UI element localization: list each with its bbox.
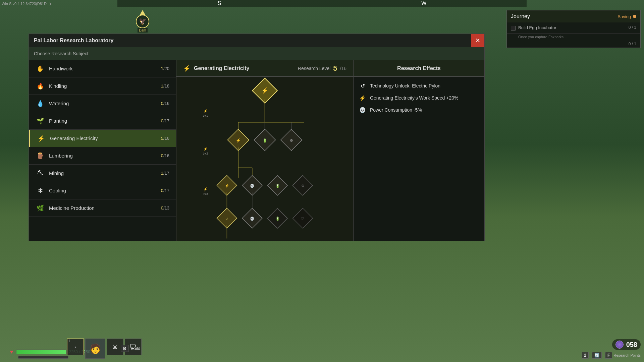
svg-text:Lv.2: Lv.2 — [203, 152, 208, 155]
research-tree-panel: ⚡ Generating Electricity Research Level … — [176, 60, 354, 241]
tree-level-num: 5 — [333, 64, 337, 73]
compass-w-marker: W — [421, 0, 426, 6]
svg-text:⚙: ⚙ — [290, 138, 293, 142]
svg-text:Lv.3: Lv.3 — [203, 192, 208, 196]
tree-node-lv3-right-center: 🔋 — [267, 208, 287, 228]
research-item-watering[interactable]: 💧 Watering 0/16 — [29, 95, 176, 112]
planting-label: Planting — [49, 118, 161, 124]
build-label: Build — [130, 346, 140, 351]
slot-1-number: 1 — [68, 339, 70, 343]
svg-text:🛡: 🛡 — [301, 217, 305, 221]
build-key: B — [121, 345, 128, 352]
tree-node-lv1-center: 🔋 — [254, 129, 276, 150]
research-item-electricity[interactable]: ⚡ Generating Electricity 5/16 — [29, 130, 176, 147]
tree-node-lv1-left: ⚡ — [227, 129, 249, 150]
lumbering-label: Lumbering — [49, 153, 161, 159]
journey-item-0: Build Egg Incubator 0 / 1 — [507, 22, 640, 34]
journey-panel: Journey Saving Build Egg Incubator 0 / 1… — [506, 10, 641, 48]
effect-text-2: Power Consumption -5% — [370, 107, 422, 113]
tree-node-lv2-center-left: 💀 — [242, 175, 262, 195]
watering-icon: 💧 — [36, 99, 45, 108]
build-prompt: B Build — [121, 345, 140, 352]
compass-bar: S W — [117, 0, 527, 7]
avatar-icon: 🧑 — [90, 343, 101, 354]
tree-node-lv3-center: 💀 — [242, 208, 262, 228]
mining-icon: ⛏ — [36, 169, 45, 178]
research-item-kindling[interactable]: 🔥 Kindling 1/18 — [29, 77, 176, 95]
effect-item-1: ⚡ Generating Electricity's Work Speed +2… — [359, 94, 479, 102]
player-icon: 🦅 Dam — [136, 10, 149, 33]
panel-content: ✋ Handiwork 1/20 🔥 Kindling 1/18 💧 Water… — [29, 60, 484, 241]
effect-item-2: 💀 Power Consumption -5% — [359, 106, 479, 114]
research-sidebar: ✋ Handiwork 1/20 🔥 Kindling 1/18 💧 Water… — [29, 60, 176, 241]
svg-text:⚡: ⚡ — [203, 187, 208, 191]
tree-header: ⚡ Generating Electricity Research Level … — [176, 60, 353, 77]
action-prompt-recycle: 🔄 — [592, 352, 602, 359]
saving-dot — [633, 15, 636, 18]
compass-s-marker: S — [218, 0, 221, 6]
effect-text-0: Technology Unlock: Electric Pylon — [370, 83, 440, 88]
effect-text-1: Generating Electricity's Work Speed +20% — [370, 95, 458, 101]
player-direction-arrow — [140, 10, 145, 15]
mining-label: Mining — [49, 170, 161, 176]
action-key-f: F — [605, 352, 612, 359]
svg-text:⚡: ⚡ — [236, 138, 241, 143]
svg-text:⚡: ⚡ — [203, 147, 208, 151]
kindling-icon: 🔥 — [36, 81, 45, 91]
research-item-planting[interactable]: 🌱 Planting 0/17 — [29, 112, 176, 130]
effects-header: Research Effects — [354, 60, 484, 77]
hotbar-slot-1[interactable]: 1 ● — [67, 339, 84, 355]
electricity-label: Generating Electricity — [50, 135, 161, 141]
journey-progress-0: 0 / 1 — [629, 25, 636, 30]
currency-icon — [615, 341, 624, 349]
tree-level-label: Research Level — [298, 66, 330, 71]
hotbar-slot-avatar[interactable]: 🧑 — [85, 339, 105, 359]
tree-node-lv3-left: ↺ — [217, 208, 237, 228]
top-hud: S W — [0, 0, 644, 10]
currency-display: 058 — [612, 339, 641, 350]
panel-subtitle-bar: Choose Research Subject — [29, 47, 484, 60]
hp-fill — [16, 350, 66, 354]
svg-text:🔋: 🔋 — [275, 217, 280, 221]
research-item-cooling[interactable]: ❄ Cooling 0/17 — [29, 182, 176, 199]
research-tree-body[interactable]: ⚡ Lv.1 ⚡ Lv.2 ⚡ Lv.3 ⚡ — [176, 77, 353, 241]
tree-title: Generating Electricity — [194, 65, 249, 71]
research-item-mining[interactable]: ⛏ Mining 1/17 — [29, 165, 176, 182]
planting-count: 0/17 — [161, 118, 169, 123]
tree-svg: ⚡ Lv.1 ⚡ Lv.2 ⚡ Lv.3 ⚡ — [176, 77, 353, 241]
heart-icon: ♥ — [10, 349, 13, 355]
exp-bar — [18, 356, 68, 359]
effect-icon-1: ⚡ — [359, 94, 367, 102]
research-item-handiwork[interactable]: ✋ Handiwork 1/20 — [29, 60, 176, 77]
bottom-right-hud: 058 2 🔄 F Research Points — [582, 339, 641, 359]
tree-node-lv2-right-center: 🔋 — [267, 175, 287, 195]
journey-secondary-progress: 0 / 1 — [629, 42, 636, 46]
research-effects-panel: Research Effects ↺ Technology Unlock: El… — [354, 60, 484, 241]
svg-text:↺: ↺ — [225, 217, 228, 221]
journey-checkbox-0 — [511, 26, 516, 31]
effect-item-0: ↺ Technology Unlock: Electric Pylon — [359, 82, 479, 90]
research-item-lumbering[interactable]: 🪵 Lumbering 0/16 — [29, 147, 176, 165]
action-label-f: Research Points — [613, 353, 641, 357]
saving-label: Saving — [618, 14, 631, 19]
lumbering-count: 0/16 — [161, 153, 169, 158]
action-prompt-f: F Research Points — [605, 352, 641, 359]
action-prompt-2: 2 — [582, 352, 589, 359]
medicine-count: 0/13 — [161, 205, 169, 210]
close-button[interactable]: ✕ — [471, 34, 484, 47]
journey-item-label-0: Build Egg Incubator — [518, 25, 556, 30]
svg-text:💀: 💀 — [250, 217, 255, 221]
bottom-hud: ♥ 2250 / 2250 1 ● 🧑 ⚔ — [0, 332, 644, 362]
watering-label: Watering — [49, 101, 161, 106]
research-item-medicine[interactable]: 🌿 Medicine Production 0/13 — [29, 199, 176, 217]
svg-text:⚡: ⚡ — [225, 184, 229, 188]
svg-text:⚡: ⚡ — [261, 87, 268, 94]
sword-icon: ⚔ — [112, 343, 118, 351]
handiwork-icon: ✋ — [36, 64, 45, 73]
tree-node-lv2-far-right: ⚙ — [293, 175, 313, 195]
cooling-count: 0/17 — [161, 188, 169, 193]
journey-title: Journey — [511, 13, 530, 19]
tree-level-total: /16 — [340, 66, 346, 71]
panel-title: Pal Labor Research Laboratory — [34, 38, 113, 44]
journey-subtext-0: Once you capture Foxparks... — [507, 34, 640, 40]
